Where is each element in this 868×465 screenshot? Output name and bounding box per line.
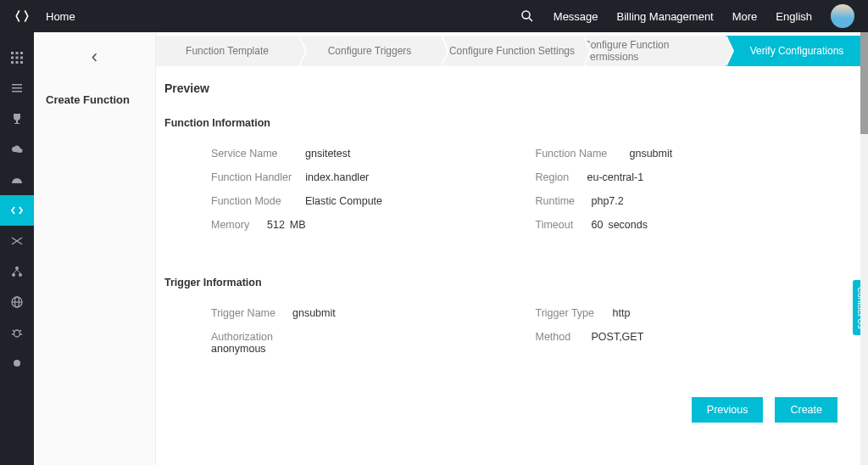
- svg-rect-9: [16, 61, 19, 64]
- sidenav-trophy-icon[interactable]: [0, 104, 34, 134]
- svg-point-21: [14, 360, 20, 367]
- sub-panel-title: Create Function: [34, 81, 155, 118]
- search-icon[interactable]: [520, 8, 535, 24]
- svg-rect-13: [12, 91, 22, 92]
- trigger-info-heading: Trigger Information: [164, 277, 860, 289]
- value-handler: index.handler: [305, 171, 369, 183]
- sidenav-nodes-icon[interactable]: [0, 256, 34, 287]
- value-trigger-name: gnsubmit: [292, 307, 336, 319]
- value-service-name: gnsitetest: [305, 148, 351, 160]
- label-method: Method: [536, 331, 578, 343]
- main-content: Function Template Configure Triggers Con…: [156, 32, 868, 465]
- svg-rect-7: [20, 57, 23, 59]
- unit-timeout: seconds: [608, 219, 648, 231]
- svg-point-14: [15, 266, 19, 270]
- svg-rect-8: [11, 61, 14, 64]
- sidenav-gauge-icon[interactable]: [0, 165, 34, 195]
- label-function-name: Function Name: [536, 148, 616, 160]
- sidenav-grid-icon[interactable]: [0, 42, 34, 73]
- sidenav-bug-icon[interactable]: [0, 317, 34, 348]
- svg-rect-5: [11, 57, 14, 59]
- svg-rect-11: [12, 84, 22, 86]
- side-nav: [0, 32, 34, 465]
- label-timeout: Timeout: [536, 219, 578, 231]
- preview-heading: Preview: [164, 81, 860, 95]
- svg-rect-10: [20, 61, 23, 64]
- label-region: Region: [536, 171, 574, 183]
- logo-icon[interactable]: [14, 8, 31, 25]
- label-trigger-type: Trigger Type: [536, 307, 599, 319]
- avatar[interactable]: [831, 4, 854, 28]
- previous-button[interactable]: Previous: [692, 397, 764, 423]
- svg-rect-6: [16, 57, 19, 59]
- svg-rect-2: [11, 52, 14, 54]
- sidenav-globe-icon[interactable]: [0, 287, 34, 317]
- value-mode: Elastic Compute: [305, 195, 382, 207]
- step-permissions[interactable]: Configure Function Permissions: [583, 36, 726, 66]
- label-mode: Function Mode: [211, 195, 292, 207]
- value-method: POST,GET: [592, 331, 644, 343]
- back-chevron-icon[interactable]: ‹: [92, 46, 97, 68]
- sidenav-circle-icon[interactable]: [0, 348, 34, 378]
- step-verify[interactable]: Verify Configurations: [726, 36, 868, 66]
- value-memory: 512: [267, 219, 285, 231]
- label-authorization: Authorization: [211, 331, 522, 343]
- value-authorization: anonymous: [211, 343, 536, 355]
- svg-line-1: [529, 18, 532, 21]
- label-trigger-name: Trigger Name: [211, 307, 279, 319]
- nav-billing[interactable]: Billing Management: [617, 10, 714, 23]
- value-runtime: php7.2: [592, 195, 624, 207]
- nav-language[interactable]: English: [776, 10, 812, 23]
- svg-rect-4: [20, 52, 23, 54]
- sidenav-cloud-icon[interactable]: [0, 134, 34, 165]
- label-service-name: Service Name: [211, 148, 292, 160]
- nav-message[interactable]: Message: [554, 10, 598, 23]
- svg-point-20: [14, 330, 20, 337]
- label-runtime: Runtime: [536, 195, 578, 207]
- value-trigger-type: http: [613, 307, 631, 319]
- wizard-steps: Function Template Configure Triggers Con…: [156, 36, 868, 66]
- scrollbar-thumb[interactable]: [860, 32, 868, 134]
- svg-point-16: [19, 273, 22, 277]
- sidenav-code-icon[interactable]: [0, 195, 34, 226]
- label-memory: Memory: [211, 219, 253, 231]
- sidenav-list-icon[interactable]: [0, 73, 34, 104]
- top-bar: Home Message Billing Management More Eng…: [0, 0, 868, 32]
- svg-point-15: [12, 273, 15, 277]
- label-handler: Function Handler: [211, 171, 292, 183]
- create-button[interactable]: Create: [775, 397, 837, 423]
- value-region: eu-central-1: [587, 171, 644, 183]
- svg-point-0: [522, 11, 530, 19]
- home-link[interactable]: Home: [46, 10, 75, 23]
- svg-rect-12: [12, 87, 22, 89]
- sidenav-shuffle-icon[interactable]: [0, 226, 34, 256]
- step-settings[interactable]: Configure Function Settings: [441, 36, 583, 66]
- unit-memory: MB: [290, 219, 306, 231]
- sub-panel: ‹ Create Function: [34, 32, 156, 465]
- value-function-name: gnsubmit: [630, 148, 673, 160]
- function-info-heading: Function Information: [164, 117, 860, 129]
- step-triggers[interactable]: Configure Triggers: [298, 36, 441, 66]
- value-timeout: 60: [592, 219, 604, 231]
- nav-more[interactable]: More: [732, 10, 758, 23]
- step-template[interactable]: Function Template: [156, 36, 298, 66]
- svg-rect-3: [16, 52, 19, 54]
- scrollbar-track[interactable]: [860, 32, 868, 465]
